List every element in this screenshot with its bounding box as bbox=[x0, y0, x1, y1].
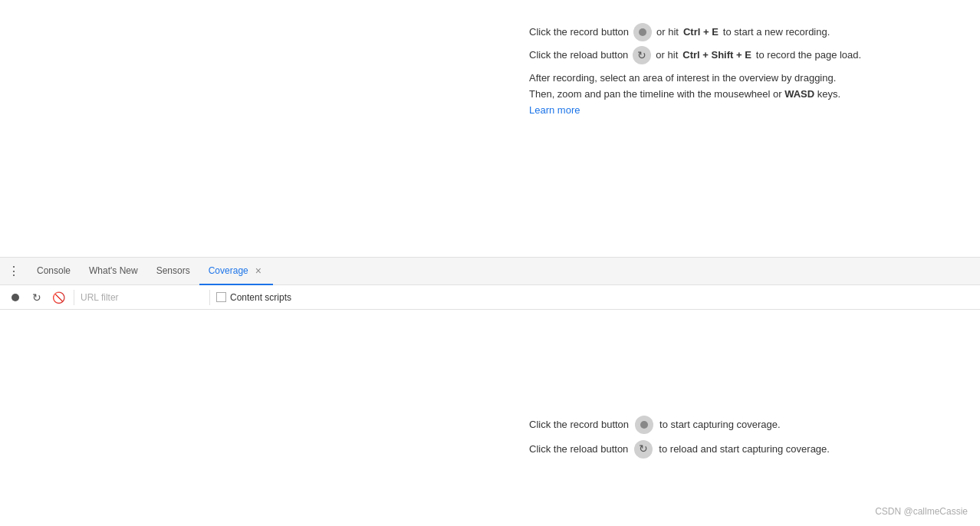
record-instruction-line: Click the record button or hit Ctrl + E … bbox=[529, 23, 965, 41]
tab-menu-icon[interactable]: ⋮ bbox=[3, 261, 25, 282]
instructions-top: Click the record button or hit Ctrl + E … bbox=[529, 23, 965, 118]
content-scripts-text: Content scripts bbox=[230, 292, 291, 303]
tab-coverage[interactable]: Coverage × bbox=[199, 258, 273, 285]
tab-console-label: Console bbox=[37, 265, 71, 276]
record-end-text: to start a new recording. bbox=[723, 25, 830, 41]
description-text: After recording, select an area of inter… bbox=[529, 71, 965, 118]
reload-button-icon: ↻ bbox=[633, 46, 651, 64]
watermark-text: CSDN @callmeCassie bbox=[875, 506, 968, 517]
record-button[interactable] bbox=[6, 288, 25, 307]
toolbar-bar: ↻ 🚫 Content scripts bbox=[0, 285, 980, 310]
cov-reload-icon: ↻ bbox=[634, 440, 653, 459]
coverage-reload-instruction: Click the reload button ↻ to reload and … bbox=[529, 440, 965, 459]
content-scripts-label[interactable]: Content scripts bbox=[216, 292, 291, 303]
tab-sensors-label: Sensors bbox=[156, 265, 190, 276]
reload-icon: ↻ bbox=[32, 291, 41, 304]
record-dot-icon bbox=[12, 294, 19, 301]
bottom-panel: Click the record button to start capturi… bbox=[0, 310, 980, 526]
cov-record-post: to start capturing coverage. bbox=[659, 416, 781, 433]
toolbar-divider2 bbox=[209, 290, 210, 305]
desc-line2-pre: Then, zoom and pan the timeline with the… bbox=[529, 88, 782, 100]
reload-button[interactable]: ↻ bbox=[28, 288, 46, 307]
reload-shortcut: Ctrl + Shift + E bbox=[682, 48, 751, 64]
record-shortcut: Ctrl + E bbox=[683, 25, 719, 41]
tab-bar: ⋮ Console What's New Sensors Coverage × bbox=[0, 258, 980, 285]
reload-end-text: to record the page load. bbox=[756, 48, 861, 64]
tab-whats-new-label: What's New bbox=[89, 265, 138, 276]
top-panel: Click the record button or hit Ctrl + E … bbox=[0, 0, 980, 257]
reload-pre-text: Click the reload button bbox=[529, 48, 628, 64]
cov-reload-post: to reload and start capturing coverage. bbox=[659, 440, 830, 458]
cov-record-pre: Click the record button bbox=[529, 416, 629, 433]
cov-record-icon bbox=[635, 416, 653, 434]
wasd-key: WASD bbox=[784, 88, 814, 100]
clear-button[interactable]: 🚫 bbox=[49, 288, 67, 307]
record-button-icon bbox=[633, 23, 652, 41]
toolbar-divider bbox=[74, 290, 74, 305]
reload-or-text: or hit bbox=[656, 48, 678, 64]
tab-sensors[interactable]: Sensors bbox=[147, 258, 199, 285]
watermark: CSDN @callmeCassie bbox=[875, 506, 968, 517]
coverage-record-instruction: Click the record button to start capturi… bbox=[529, 416, 965, 434]
more-tabs-icon: ⋮ bbox=[8, 264, 20, 278]
url-filter-input[interactable] bbox=[81, 292, 203, 303]
clear-icon: 🚫 bbox=[52, 291, 65, 304]
content-scripts-checkbox[interactable] bbox=[216, 292, 226, 302]
record-pre-text: Click the record button bbox=[529, 25, 629, 41]
record-or-text: or hit bbox=[656, 25, 679, 41]
instructions-bottom: Click the record button to start capturi… bbox=[529, 416, 965, 465]
tab-coverage-close[interactable]: × bbox=[253, 265, 264, 277]
reload-instruction-line: Click the reload button ↻ or hit Ctrl + … bbox=[529, 46, 965, 64]
tab-coverage-label: Coverage bbox=[209, 265, 248, 276]
learn-more-link[interactable]: Learn more bbox=[529, 104, 580, 116]
desc-line2-post: keys. bbox=[817, 88, 840, 100]
cov-reload-pre: Click the reload button bbox=[529, 440, 628, 458]
desc-line1: After recording, select an area of inter… bbox=[529, 72, 836, 84]
tab-console[interactable]: Console bbox=[28, 258, 80, 285]
tab-whats-new[interactable]: What's New bbox=[80, 258, 147, 285]
